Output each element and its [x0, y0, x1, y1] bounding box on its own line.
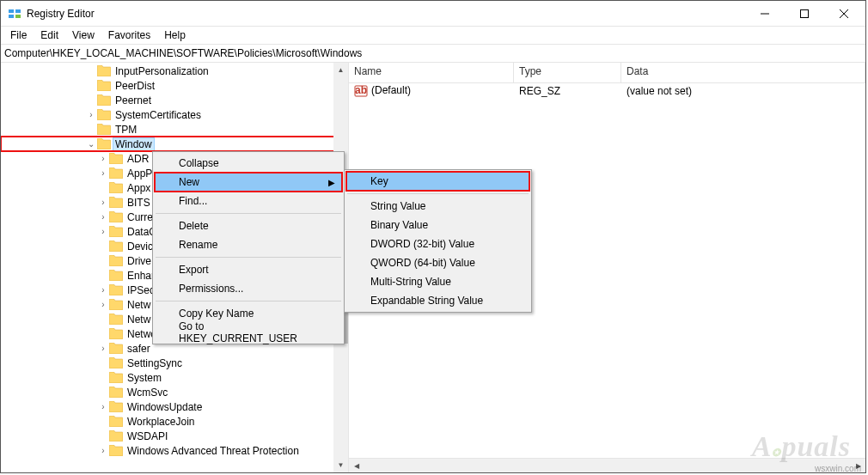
- tree-item-label: WcmSvc: [125, 387, 169, 399]
- ctx-label: Permissions...: [179, 283, 243, 295]
- folder-icon: [109, 182, 123, 193]
- tree-item-label: Window: [113, 138, 154, 150]
- tree-item-label: SystemCertificates: [113, 109, 203, 121]
- tree-item[interactable]: ›Windows Advanced Threat Protection: [1, 443, 348, 458]
- expand-icon[interactable]: ›: [85, 110, 97, 119]
- ctx-delete[interactable]: Delete: [155, 216, 342, 235]
- ctx-label: DWORD (32-bit) Value: [370, 238, 474, 250]
- registry-editor-window: Registry Editor File Edit View Favorites…: [0, 0, 866, 473]
- menu-file[interactable]: File: [4, 28, 33, 42]
- scroll-up-button[interactable]: ▲: [333, 63, 348, 77]
- folder-icon: [109, 328, 123, 339]
- column-header-type[interactable]: Type: [514, 63, 621, 82]
- ctx-label: Collapse: [179, 157, 219, 169]
- expand-icon[interactable]: ›: [97, 300, 109, 309]
- tree-item-label: Peernet: [113, 94, 153, 107]
- folder-icon: [109, 357, 123, 368]
- submenu-arrow-icon: ▶: [328, 178, 335, 187]
- ctx-new[interactable]: New▶: [155, 173, 342, 192]
- ctx-label: Copy Key Name: [179, 308, 254, 320]
- expand-icon[interactable]: ›: [97, 344, 109, 353]
- ctx-new-dword[interactable]: DWORD (32-bit) Value: [346, 234, 529, 253]
- tree-item[interactable]: ›Peernet: [1, 93, 348, 107]
- list-header: Name Type Data: [349, 63, 865, 83]
- ctx-label: Delete: [179, 220, 209, 232]
- svg-rect-2: [9, 15, 14, 18]
- tree-item-label: Drive: [125, 255, 153, 267]
- ctx-new-string[interactable]: String Value: [346, 197, 529, 216]
- tree-item-label: BITS: [125, 197, 152, 209]
- expand-icon[interactable]: ›: [97, 402, 109, 411]
- tree-item[interactable]: ›WcmSvc: [1, 385, 348, 399]
- expand-icon[interactable]: ›: [97, 285, 109, 295]
- tree-item-label: Windows Advanced Threat Protection: [125, 445, 301, 457]
- ctx-new-key[interactable]: Key: [346, 172, 529, 191]
- window-title: Registry Editor: [27, 8, 95, 20]
- tree-item[interactable]: ›WSDAPI: [1, 429, 348, 443]
- tree-item[interactable]: ›SystemCertificates: [1, 107, 348, 122]
- folder-icon: [109, 284, 123, 295]
- ctx-permissions[interactable]: Permissions...: [155, 279, 342, 298]
- menu-view[interactable]: View: [66, 28, 101, 42]
- list-row[interactable]: ab(Default)REG_SZ(value not set): [349, 83, 865, 99]
- ctx-new-binary[interactable]: Binary Value: [346, 216, 529, 234]
- collapse-icon[interactable]: ⌄: [85, 139, 97, 149]
- menu-edit[interactable]: Edit: [34, 28, 64, 42]
- ctx-separator: [347, 193, 529, 194]
- expand-icon[interactable]: ›: [97, 154, 109, 163]
- ctx-new-multi-string[interactable]: Multi-String Value: [346, 272, 529, 291]
- ctx-label: Find...: [179, 195, 207, 207]
- tree-item[interactable]: ›InputPersonalization: [1, 64, 348, 78]
- tree-item[interactable]: ›TPM: [1, 122, 348, 137]
- context-menu: Collapse New▶ Find... Delete Rename Expo…: [152, 151, 345, 344]
- ctx-new-expandable-string[interactable]: Expandable String Value: [346, 291, 529, 310]
- folder-icon: [109, 299, 123, 310]
- svg-text:ab: ab: [355, 84, 367, 96]
- expand-icon[interactable]: ›: [97, 212, 109, 222]
- menu-help[interactable]: Help: [158, 28, 192, 42]
- expand-icon[interactable]: ›: [97, 168, 109, 178]
- folder-icon: [109, 167, 123, 179]
- column-header-name[interactable]: Name: [349, 63, 514, 82]
- expand-icon[interactable]: ›: [97, 227, 109, 236]
- tree-item[interactable]: ›PeerDist: [1, 78, 348, 93]
- main-area: ›InputPersonalization›PeerDist›Peernet›S…: [1, 63, 865, 472]
- svg-rect-3: [15, 15, 21, 18]
- ctx-export[interactable]: Export: [155, 260, 342, 279]
- tree-item[interactable]: ⌄Window: [1, 137, 348, 151]
- folder-icon: [109, 270, 123, 281]
- tree-item[interactable]: ›WindowsUpdate: [1, 399, 348, 414]
- tree-item[interactable]: ›WorkplaceJoin: [1, 414, 348, 429]
- scroll-left-button[interactable]: ◀: [349, 459, 364, 472]
- minimize-button[interactable]: [745, 1, 785, 27]
- ctx-rename[interactable]: Rename: [155, 235, 342, 254]
- folder-icon: [109, 197, 123, 208]
- folder-icon: [109, 430, 123, 442]
- close-button[interactable]: [824, 1, 864, 27]
- ctx-label: String Value: [370, 200, 425, 212]
- tree-item[interactable]: ›SettingSync: [1, 356, 348, 370]
- scroll-down-button[interactable]: ▼: [333, 458, 348, 472]
- value-name: (Default): [371, 84, 411, 96]
- ctx-find[interactable]: Find...: [155, 192, 342, 210]
- ctx-collapse[interactable]: Collapse: [155, 154, 342, 173]
- folder-icon: [109, 416, 123, 427]
- tree-item-label: Netw: [125, 314, 152, 326]
- ctx-label: Binary Value: [370, 219, 428, 231]
- expand-icon[interactable]: ›: [97, 446, 109, 455]
- folder-icon: [109, 343, 123, 354]
- column-header-data[interactable]: Data: [621, 63, 865, 82]
- menu-favorites[interactable]: Favorites: [102, 28, 156, 42]
- address-input[interactable]: [4, 47, 862, 59]
- expand-icon[interactable]: ›: [97, 198, 109, 207]
- address-bar: [1, 44, 865, 63]
- maximize-button[interactable]: [785, 1, 824, 27]
- tree-item-label: WindowsUpdate: [125, 401, 204, 413]
- folder-icon: [97, 80, 111, 91]
- folder-icon: [109, 153, 123, 164]
- tree-item[interactable]: ›System: [1, 370, 348, 385]
- ctx-goto-hkcu[interactable]: Go to HKEY_CURRENT_USER: [155, 323, 342, 342]
- tree-item-label: WorkplaceJoin: [125, 416, 196, 428]
- menubar: File Edit View Favorites Help: [1, 27, 865, 44]
- ctx-new-qword[interactable]: QWORD (64-bit) Value: [346, 253, 529, 272]
